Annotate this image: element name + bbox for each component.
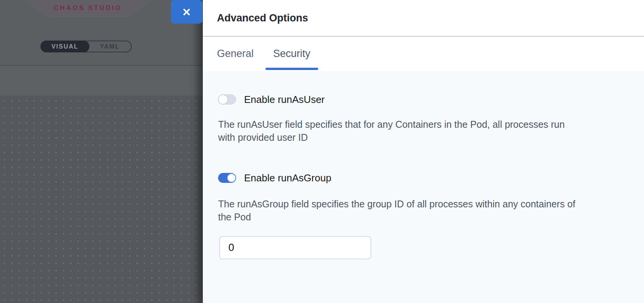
modal-backdrop[interactable]: CHAOS STUDIO VISUAL YAML xyxy=(0,0,203,303)
app-screen: CHAOS STUDIO VISUAL YAML Advanced Option… xyxy=(0,0,644,303)
app-logo-banner: CHAOS STUDIO xyxy=(24,0,152,17)
run-as-group-value-input[interactable] xyxy=(219,236,371,259)
yaml-mode-button[interactable]: YAML xyxy=(89,41,131,52)
drawer-edge-shadow xyxy=(193,0,203,303)
drawer-header: Advanced Options xyxy=(203,0,644,37)
run-as-group-description: The runAsGroup field specifies the group… xyxy=(218,197,577,223)
close-icon xyxy=(181,7,192,17)
run-as-user-description: The runAsUser field specifies that for a… xyxy=(218,118,577,144)
toggle-knob xyxy=(227,173,236,182)
close-drawer-button[interactable] xyxy=(171,0,202,24)
toolbar-band xyxy=(0,66,203,96)
drawer-tab-bar: General Security xyxy=(203,37,644,70)
run-as-user-label: Enable runAsUser xyxy=(244,94,325,106)
run-as-group-row: Enable runAsGroup xyxy=(218,173,629,183)
drawer-title: Advanced Options xyxy=(217,12,308,24)
run-as-group-label: Enable runAsGroup xyxy=(244,172,331,184)
visual-yaml-toggle: VISUAL YAML xyxy=(40,41,132,52)
toggle-knob xyxy=(218,94,228,104)
tab-security[interactable]: Security xyxy=(273,37,311,70)
run-as-user-row: Enable runAsUser xyxy=(218,94,629,104)
visual-mode-button[interactable]: VISUAL xyxy=(40,41,89,52)
security-tab-panel: Enable runAsUser The runAsUser field spe… xyxy=(203,71,644,303)
run-as-user-toggle[interactable] xyxy=(218,94,236,104)
app-logo-text: CHAOS STUDIO xyxy=(54,4,122,13)
run-as-group-toggle[interactable] xyxy=(218,173,236,183)
advanced-options-drawer: Advanced Options General Security Enable… xyxy=(203,0,644,303)
dotted-canvas xyxy=(0,96,203,303)
tab-general[interactable]: General xyxy=(217,37,254,70)
